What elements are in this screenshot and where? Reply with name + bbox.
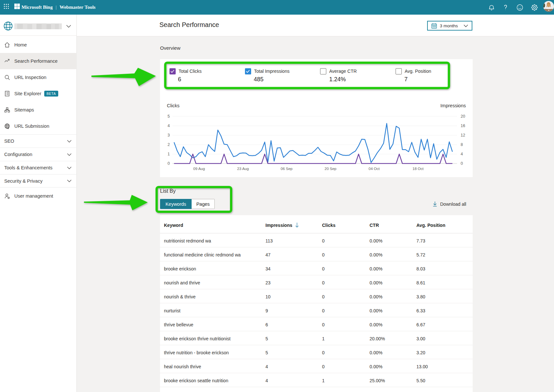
- svg-text:20: 20: [461, 114, 465, 119]
- svg-text:5: 5: [168, 114, 170, 119]
- svg-text:2: 2: [168, 142, 170, 147]
- svg-text:20 Sep: 20 Sep: [325, 167, 336, 171]
- svg-text:8: 8: [461, 142, 463, 147]
- svg-text:1: 1: [168, 152, 170, 156]
- svg-text:4: 4: [461, 152, 463, 156]
- svg-text:3: 3: [168, 133, 170, 137]
- svg-text:Impressions: Impressions: [440, 103, 466, 108]
- svg-text:12: 12: [461, 133, 465, 137]
- svg-text:Clicks: Clicks: [167, 103, 180, 108]
- svg-text:06 Sep: 06 Sep: [281, 167, 292, 171]
- svg-text:23 Aug: 23 Aug: [237, 167, 249, 171]
- svg-text:16: 16: [461, 124, 465, 128]
- svg-text:09 Aug: 09 Aug: [193, 167, 205, 171]
- svg-text:18 Oct: 18 Oct: [412, 167, 424, 171]
- svg-text:04 Oct: 04 Oct: [369, 167, 380, 171]
- svg-text:4: 4: [168, 124, 170, 128]
- svg-text:0: 0: [461, 161, 463, 166]
- svg-text:0: 0: [168, 161, 170, 166]
